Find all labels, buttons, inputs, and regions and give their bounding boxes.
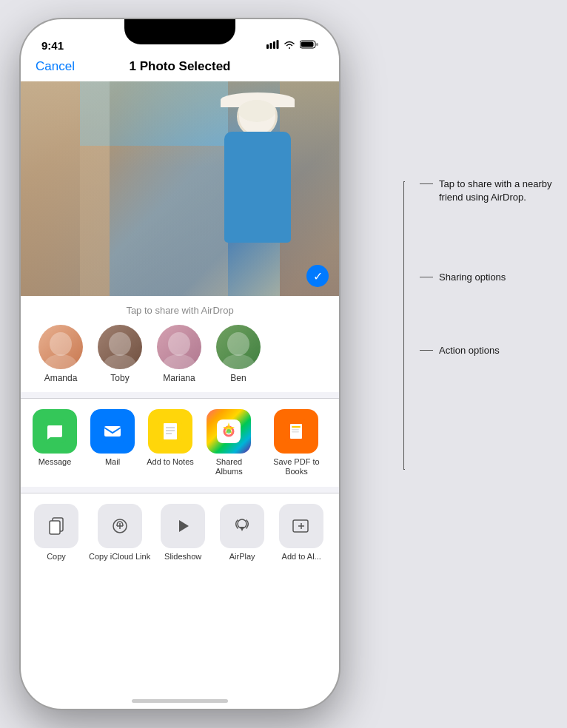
phone-frame: 9:41 Cancel 1 Photo Selected [21, 19, 339, 709]
annotation-actions-text: Action options [439, 344, 500, 357]
airdrop-section: Tap to share with AirDrop Amanda [21, 296, 339, 392]
photos-icon [207, 409, 251, 454]
contact-amanda[interactable]: Amanda [38, 325, 83, 383]
svg-rect-6 [316, 43, 318, 46]
app-label-shared-albums: Shared Albums [203, 457, 255, 476]
action-copy[interactable]: Copy [30, 504, 83, 562]
avatar-mariana [157, 325, 201, 369]
icloud-link-icon [98, 504, 142, 548]
app-label-message: Message [38, 457, 72, 467]
contact-name-toby: Toby [110, 373, 129, 383]
svg-rect-2 [273, 41, 275, 49]
person-figure [206, 96, 309, 289]
annotations-container: Tap to share with a nearby friend using … [420, 178, 554, 357]
share-sheet: Tap to share with AirDrop Amanda [21, 296, 339, 573]
svg-rect-21 [292, 426, 301, 428]
app-books[interactable]: Save PDF to Books [263, 409, 330, 476]
annotation-sharing-text: Sharing options [439, 271, 506, 284]
home-indicator [132, 699, 228, 703]
body [222, 354, 255, 369]
app-shared-albums[interactable]: Shared Albums [203, 409, 255, 476]
svg-rect-1 [270, 43, 272, 49]
body [104, 354, 136, 369]
svg-rect-23 [292, 431, 299, 433]
photo-background [21, 81, 339, 296]
slideshow-icon [161, 504, 205, 548]
avatar-amanda [38, 325, 83, 369]
contact-name-ben: Ben [230, 373, 246, 383]
nav-title: 1 Photo Selected [130, 59, 231, 74]
svg-rect-25 [50, 521, 60, 534]
avatar-toby [98, 325, 142, 369]
action-label-copy-icloud: Copy iCloud Link [89, 552, 150, 562]
app-label-books: Save PDF to Books [263, 457, 330, 476]
mail-icon [90, 409, 135, 454]
body [163, 354, 195, 369]
app-mail[interactable]: Mail [87, 409, 138, 476]
svg-rect-0 [266, 44, 269, 49]
status-icons [266, 38, 318, 52]
face [50, 332, 72, 356]
scene: 9:41 Cancel 1 Photo Selected [0, 0, 567, 728]
body [44, 354, 77, 369]
airdrop-contacts: Amanda Toby Marian [33, 325, 327, 383]
svg-rect-22 [292, 429, 299, 431]
action-slideshow[interactable]: Slideshow [156, 504, 209, 562]
face [109, 332, 131, 356]
airdrop-hint: Tap to share with AirDrop [33, 305, 327, 316]
dash-3 [420, 350, 433, 351]
svg-rect-9 [104, 426, 121, 437]
wifi-icon [284, 38, 295, 52]
person-hat-top [238, 100, 275, 122]
apps-row: Message Mail Add to Notes [30, 409, 330, 476]
annotation-actions: Action options [420, 344, 554, 357]
sharing-options-section: Message Mail Add to Notes [21, 399, 339, 487]
contact-mariana[interactable]: Mariana [157, 325, 201, 383]
svg-rect-5 [301, 42, 314, 47]
add-to-album-icon [279, 504, 323, 548]
dash-1 [420, 183, 433, 184]
contact-ben[interactable]: Ben [216, 325, 261, 383]
avatar-ben [216, 325, 261, 369]
dash-2 [420, 277, 433, 277]
nav-bar: Cancel 1 Photo Selected [21, 56, 339, 81]
battery-icon [300, 38, 318, 52]
notes-icon [148, 409, 192, 454]
svg-rect-3 [277, 40, 279, 49]
face [227, 332, 249, 356]
svg-marker-31 [240, 527, 244, 531]
photo-area: ✓ [21, 81, 339, 296]
action-label-slideshow: Slideshow [164, 552, 201, 562]
action-label-add-to-album: Add to Al... [282, 552, 321, 562]
app-label-mail: Mail [105, 457, 120, 467]
action-airplay[interactable]: AirPlay [215, 504, 269, 562]
copy-icon [34, 504, 78, 548]
action-copy-icloud-link[interactable]: Copy iCloud Link [89, 504, 150, 562]
action-label-copy: Copy [47, 552, 66, 562]
svg-rect-11 [164, 423, 177, 439]
message-icon [33, 409, 77, 454]
action-add-to-album[interactable]: Add to Al... [275, 504, 328, 562]
action-options-section: Copy Copy iCloud Link Slideshow [21, 493, 339, 572]
svg-point-18 [227, 429, 231, 434]
airplay-icon [220, 504, 264, 548]
person-body [224, 132, 291, 243]
notch [124, 19, 235, 44]
contact-name-amanda: Amanda [44, 373, 78, 383]
annotation-airdrop-text: Tap to share with a nearby friend using … [439, 178, 554, 204]
app-notes[interactable]: Add to Notes [145, 409, 195, 476]
action-label-airplay: AirPlay [229, 552, 255, 562]
books-icon [274, 409, 318, 454]
contact-toby[interactable]: Toby [98, 325, 142, 383]
app-message[interactable]: Message [30, 409, 80, 476]
app-label-notes: Add to Notes [147, 457, 194, 467]
annotation-sharing: Sharing options [420, 271, 554, 284]
contact-name-mariana: Mariana [163, 373, 195, 383]
actions-row: Copy Copy iCloud Link Slideshow [30, 504, 330, 562]
signal-icon [266, 40, 279, 51]
face [168, 332, 190, 356]
svg-marker-29 [179, 520, 189, 532]
annotation-airdrop: Tap to share with a nearby friend using … [420, 178, 554, 204]
cancel-button[interactable]: Cancel [36, 59, 75, 74]
selection-checkmark: ✓ [306, 265, 329, 287]
